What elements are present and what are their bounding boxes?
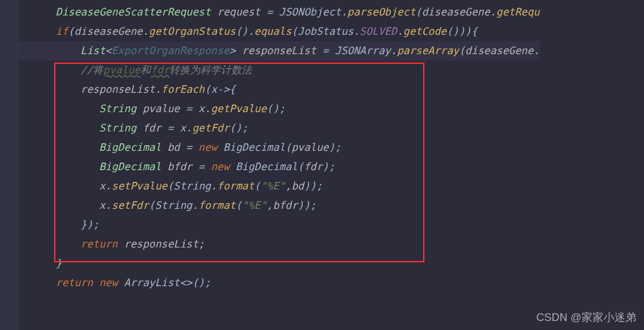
code-line[interactable]: x.setPvalue(String.format("%E",bd)); [18, 177, 540, 196]
code-line[interactable]: return responseList; [18, 235, 540, 254]
type-token: List [80, 44, 106, 57]
paren-token: ( [415, 6, 422, 18]
method-token: getFdr [192, 122, 229, 134]
class-token: JSONObject [279, 6, 341, 18]
type-token: String [99, 122, 137, 134]
method-token: equals [254, 25, 292, 37]
class-token: ArrayList [118, 277, 180, 289]
dot-token: . [106, 199, 112, 211]
method-token: setPvalue [111, 180, 167, 192]
method-token: getCode [403, 25, 446, 37]
type-token: BigDecimal [99, 160, 161, 173]
var-token: responseList; [118, 238, 205, 250]
dot-token: . [106, 180, 112, 192]
keyword-token: return [56, 277, 93, 289]
angle-token: < [106, 44, 112, 57]
paren-token: ( [236, 199, 242, 211]
code-editor[interactable]: DiseaseGeneScatterRequest request = JSON… [18, 0, 540, 295]
space-token [217, 141, 223, 153]
method-token: forEach [161, 83, 204, 95]
paren-token: ( [167, 180, 174, 192]
var-token: bfdr [161, 160, 192, 173]
dot-token: . [192, 199, 198, 211]
dot-token: . [205, 102, 211, 115]
comma-token: , [267, 199, 273, 211]
comment-fdr-token: fdr [151, 64, 169, 76]
dot-token: . [142, 25, 149, 37]
paren-token: ( [285, 141, 292, 153]
code-line[interactable]: BigDecimal bfdr = new BigDecimal(fdr); [18, 157, 540, 177]
var-token: x [180, 122, 186, 134]
var-token: x [99, 199, 106, 211]
class-token: JSONArray [335, 44, 391, 57]
dot-token: . [397, 25, 403, 37]
code-line[interactable]: }); [18, 215, 540, 235]
code-line[interactable]: String fdr = x.getFdr(); [18, 119, 540, 138]
paren-token: ( [205, 83, 211, 95]
class-token: String [155, 199, 193, 211]
var-token: request [217, 6, 260, 18]
paren-token: ( [298, 160, 304, 173]
paren-token: ); [323, 160, 335, 173]
dot-token: . [341, 6, 348, 18]
paren-token: () [236, 25, 248, 37]
keyword-token: new [198, 141, 217, 153]
dot-token: . [248, 25, 254, 37]
method-token: parseObject [347, 6, 415, 18]
code-line[interactable]: DiseaseGeneScatterRequest request = JSON… [18, 3, 540, 22]
code-line[interactable]: //将pvalue和fdr转换为科学计数法 [18, 61, 540, 80]
paren-token: }); [80, 218, 99, 231]
paren-token: )); [298, 199, 316, 211]
param-token: x [211, 83, 217, 95]
method-token: getRequ [497, 6, 540, 18]
dot-token: . [533, 44, 540, 57]
arg-token: bd [292, 180, 304, 192]
editor-gutter [0, 0, 18, 330]
op-token: = [161, 122, 180, 134]
code-line[interactable]: } [18, 254, 540, 273]
arg-token: diseaseGene [465, 44, 533, 57]
class-token: BigDecimal [236, 160, 298, 173]
method-token: setFdr [111, 199, 149, 211]
comment-token: //将 [80, 64, 103, 76]
arg-token: pvalue [292, 141, 329, 153]
type-token: String [99, 102, 137, 115]
code-line[interactable]: String pvalue = x.getPvalue(); [18, 99, 540, 119]
paren-token: ( [459, 44, 466, 57]
keyword-token: new [211, 160, 229, 173]
code-line[interactable]: return new ArrayList<>(); [18, 273, 540, 293]
dot-token: . [211, 180, 217, 192]
arg-token: fdr [304, 160, 323, 173]
paren-token: ( [68, 25, 75, 37]
arg-token: bfdr [273, 199, 298, 211]
keyword-token: return [80, 238, 118, 250]
code-line[interactable]: x.setFdr(String.format("%E",bfdr)); [18, 196, 540, 215]
var-token: pvalue [137, 102, 180, 115]
code-line[interactable]: if(diseaseGene.getOrganStatus().equals(J… [18, 22, 540, 41]
code-line[interactable]: BigDecimal bd = new BigDecimal(pvalue); [18, 138, 540, 157]
var-token: diseaseGene [74, 25, 142, 37]
var-token: bd [161, 141, 180, 153]
op-token: = [180, 141, 198, 153]
keyword-token: if [56, 25, 68, 37]
code-line[interactable]: List<ExportOrganResponse> responseList =… [18, 41, 540, 61]
class-token: BigDecimal [223, 141, 285, 153]
var-token: fdr [137, 122, 162, 134]
arrow-token: ->{ [217, 83, 236, 95]
watermark-text: CSDN @家家小迷弟 [536, 310, 636, 325]
var-token: responseList [80, 83, 155, 95]
string-token: "%E" [260, 180, 285, 192]
method-token: parseArray [397, 44, 459, 57]
arg-token: diseaseGene [422, 6, 490, 18]
var-token: responseList [236, 44, 316, 57]
op-token: = [180, 102, 198, 115]
type-token: BigDecimal [99, 141, 161, 153]
class-token: JobStatus [298, 25, 354, 37]
paren-token: )); [304, 180, 323, 192]
string-token: "%E" [242, 199, 267, 211]
generic-token: ExportOrganResponse [111, 44, 229, 57]
code-line[interactable]: responseList.forEach(x->{ [18, 80, 540, 99]
keyword-token: new [93, 277, 118, 289]
comment-pvalue-token: pvalue [103, 64, 140, 76]
dot-token: . [155, 83, 162, 95]
